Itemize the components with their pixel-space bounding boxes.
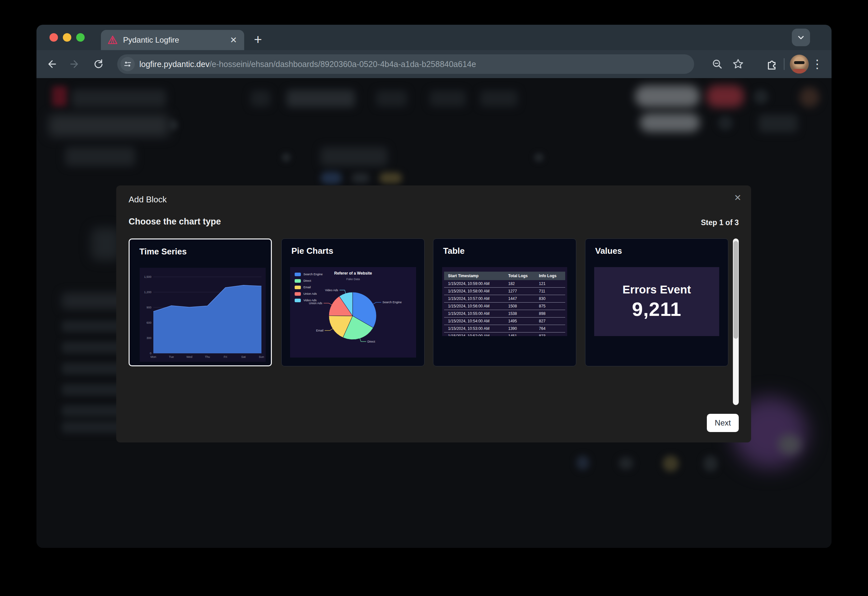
modal-subtitle: Choose the chart type [129, 217, 221, 227]
table-cell: 1538 [506, 310, 537, 317]
logfire-favicon-icon [108, 35, 118, 45]
table-row: 1/15/2024, 10:55:00 AM1538898 [444, 310, 565, 317]
card-values[interactable]: Values Errors Event 9,211 [585, 239, 728, 366]
table-cell: 711 [537, 288, 565, 295]
new-tab-button[interactable]: + [254, 32, 262, 47]
table-row: 1/15/2024, 10:53:00 AM1390764 [444, 325, 565, 332]
svg-text:Wed: Wed [186, 355, 192, 358]
column-header: Total Logs [506, 271, 537, 280]
logs-table: Start TimestampTotal LogsInfo Logs1/15/2… [444, 271, 565, 336]
add-block-modal: Add Block ✕ Choose the chart type Step 1… [116, 186, 751, 443]
modal-close-icon[interactable]: ✕ [734, 193, 741, 203]
site-settings-button[interactable] [120, 57, 135, 71]
window-zoom-button[interactable] [76, 33, 85, 42]
chart-type-grid: Time Series 03006009001,2001,500MonTueWe… [129, 239, 741, 404]
table-cell: 764 [537, 325, 565, 332]
card-time-series[interactable]: Time Series 03006009001,2001,500MonTueWe… [129, 239, 272, 366]
modal-title: Add Block [129, 195, 167, 205]
pie-chart: Referer of a Website Fake Data Search En… [290, 267, 416, 357]
column-header: Start Timestamp [444, 271, 506, 280]
back-arrow-icon [46, 59, 57, 69]
card-title: Time Series [139, 246, 187, 257]
table-row: 1/15/2024, 10:56:00 AM1508875 [444, 302, 565, 310]
url-bar[interactable]: logfire.pydantic.dev/e-hosseini/ehsan/da… [117, 54, 694, 74]
browser-window: Pydantic Logfire ✕ + [37, 25, 831, 548]
value-metric-panel: Errors Event 9,211 [594, 267, 719, 336]
puzzle-icon [765, 58, 778, 70]
profile-avatar[interactable] [790, 55, 809, 74]
chevron-down-icon [796, 32, 806, 42]
pie-chart-svg: Search EngineDirectEmailUnion AdsVideo A… [290, 267, 416, 357]
table-cell: 1495 [506, 317, 537, 325]
svg-text:1,200: 1,200 [144, 291, 151, 294]
table-cell: 1508 [506, 302, 537, 310]
browser-menu-button[interactable]: ⋮ [811, 57, 823, 71]
zoom-out-page-button[interactable] [710, 57, 725, 71]
svg-text:Sun: Sun [259, 355, 264, 358]
table-cell: 823 [537, 332, 565, 336]
next-button[interactable]: Next [707, 414, 739, 432]
table-cell: 1/15/2024, 10:52:00 AM [444, 332, 506, 336]
time-series-chart: 03006009001,2001,500MonTueWedThuFriSatSu… [140, 268, 266, 362]
svg-text:0: 0 [150, 352, 151, 355]
table-cell: 121 [537, 280, 565, 288]
browser-tab[interactable]: Pydantic Logfire ✕ [101, 30, 244, 50]
back-button[interactable] [44, 57, 59, 71]
table-cell: 898 [537, 310, 565, 317]
tab-title: Pydantic Logfire [123, 35, 230, 44]
metric-value: 9,211 [632, 298, 682, 320]
table-cell: 1390 [506, 325, 537, 332]
table-row: 1/15/2024, 10:54:00 AM1495827 [444, 317, 565, 325]
table-row: 1/15/2024, 10:57:00 AM1447830 [444, 295, 565, 302]
svg-text:Fri: Fri [224, 355, 227, 358]
window-minimize-button[interactable] [63, 33, 71, 42]
table-cell: 1277 [506, 288, 537, 295]
svg-text:Thu: Thu [205, 355, 210, 358]
modal-scrollbar-thumb[interactable] [733, 241, 738, 339]
column-header: Info Logs [537, 271, 565, 280]
window-close-button[interactable] [49, 33, 58, 42]
card-title: Table [443, 246, 464, 256]
modal-scrollbar-track[interactable] [733, 239, 739, 405]
reload-icon [93, 59, 104, 69]
svg-text:Mon: Mon [151, 355, 156, 358]
pie-slice-label: Union Ads [309, 302, 323, 305]
magnifier-minus-icon [711, 58, 723, 70]
table-header-row: Start TimestampTotal LogsInfo Logs [444, 271, 565, 280]
toolbar-separator [784, 58, 785, 70]
table-cell: 1/15/2024, 10:57:00 AM [444, 295, 506, 302]
svg-text:300: 300 [146, 336, 151, 340]
table-cell: 830 [537, 295, 565, 302]
dashboard-page-blurred: Add Block ✕ Choose the chart type Step 1… [37, 78, 831, 548]
pie-slice-label: Search Engine [383, 301, 402, 304]
svg-text:600: 600 [146, 321, 151, 325]
table-cell: 1447 [506, 295, 537, 302]
bookmark-button[interactable] [731, 57, 745, 71]
svg-text:900: 900 [146, 306, 151, 309]
forward-button[interactable] [68, 57, 82, 71]
tab-strip: Pydantic Logfire ✕ + [37, 25, 831, 50]
table-row: 1/15/2024, 10:59:00 AM182121 [444, 280, 565, 288]
card-title: Pie Charts [291, 246, 333, 256]
table-cell: 1/15/2024, 10:53:00 AM [444, 325, 506, 332]
reload-button[interactable] [91, 57, 105, 71]
table-cell: 1/15/2024, 10:55:00 AM [444, 310, 506, 317]
table-cell: 1/15/2024, 10:56:00 AM [444, 302, 506, 310]
url-path: /e-hosseini/ehsan/dashboards/8920360a-05… [209, 59, 476, 69]
table-cell: 1451 [506, 332, 537, 336]
area-chart-svg: 03006009001,2001,500MonTueWedThuFriSatSu… [140, 268, 266, 362]
step-indicator: Step 1 of 3 [701, 218, 739, 227]
browser-toolbar: logfire.pydantic.dev/e-hosseini/ehsan/da… [37, 50, 831, 78]
tab-close-icon[interactable]: ✕ [230, 35, 237, 45]
svg-text:Tue: Tue [169, 355, 174, 358]
extensions-button[interactable] [764, 57, 778, 71]
card-title: Values [595, 246, 622, 256]
table-cell: 1/15/2024, 10:58:00 AM [444, 288, 506, 295]
card-table[interactable]: Table Start TimestampTotal LogsInfo Logs… [433, 239, 576, 366]
metric-label: Errors Event [623, 283, 691, 296]
table-cell: 827 [537, 317, 565, 325]
tab-search-button[interactable] [792, 29, 810, 46]
star-icon [732, 58, 744, 70]
svg-text:1,500: 1,500 [144, 275, 151, 279]
card-pie-charts[interactable]: Pie Charts Referer of a Website Fake Dat… [281, 239, 424, 366]
